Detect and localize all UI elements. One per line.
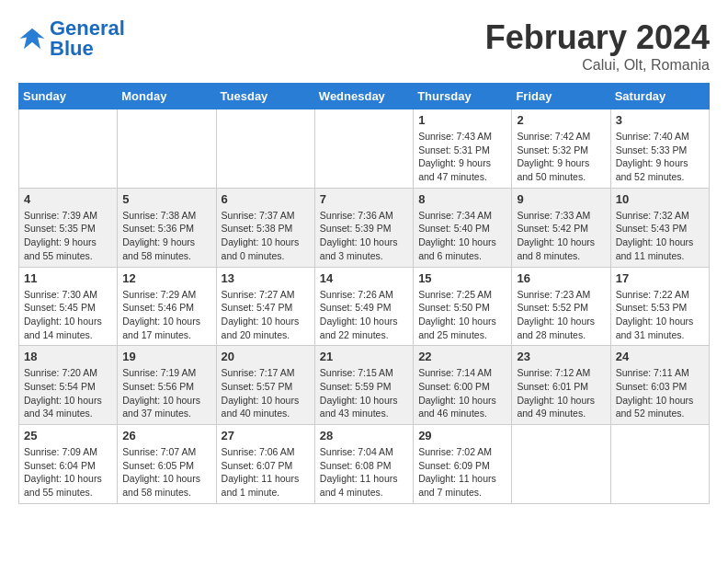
calendar-header-monday: Monday: [118, 84, 216, 109]
calendar-header-sunday: Sunday: [19, 84, 118, 109]
calendar-cell: 28Sunrise: 7:04 AMSunset: 6:08 PMDayligh…: [314, 425, 413, 504]
calendar-header-saturday: Saturday: [610, 84, 709, 109]
day-info: Sunrise: 7:29 AMSunset: 5:46 PMDaylight:…: [122, 288, 210, 342]
day-number: 21: [320, 350, 408, 363]
calendar-cell: 18Sunrise: 7:20 AMSunset: 5:54 PMDayligh…: [19, 346, 118, 425]
day-number: 22: [418, 350, 506, 363]
day-number: 13: [222, 271, 310, 285]
calendar-week-row: 18Sunrise: 7:20 AMSunset: 5:54 PMDayligh…: [19, 346, 710, 425]
calendar-cell: [118, 109, 216, 189]
day-info: Sunrise: 7:15 AMSunset: 5:59 PMDaylight:…: [320, 366, 408, 420]
day-info: Sunrise: 7:02 AMSunset: 6:09 PMDaylight:…: [418, 445, 506, 500]
calendar-cell: 9Sunrise: 7:33 AMSunset: 5:42 PMDaylight…: [512, 188, 610, 267]
calendar-header-row: SundayMondayTuesdayWednesdayThursdayFrid…: [19, 84, 710, 109]
logo-text: GeneralBlue: [50, 18, 125, 59]
day-number: 1: [418, 113, 506, 127]
day-info: Sunrise: 7:22 AMSunset: 5:53 PMDaylight:…: [616, 288, 704, 342]
calendar-cell: [314, 109, 413, 189]
calendar-cell: 8Sunrise: 7:34 AMSunset: 5:40 PMDaylight…: [414, 188, 512, 267]
day-number: 18: [24, 350, 112, 363]
calendar-cell: [19, 109, 118, 189]
calendar-header-friday: Friday: [512, 84, 610, 109]
day-number: 9: [517, 192, 605, 206]
day-number: 17: [616, 271, 704, 285]
calendar-cell: 29Sunrise: 7:02 AMSunset: 6:09 PMDayligh…: [414, 425, 512, 504]
day-number: 19: [122, 350, 210, 363]
calendar-cell: 10Sunrise: 7:32 AMSunset: 5:43 PMDayligh…: [610, 188, 709, 267]
calendar-cell: 22Sunrise: 7:14 AMSunset: 6:00 PMDayligh…: [414, 346, 512, 425]
day-info: Sunrise: 7:42 AMSunset: 5:32 PMDaylight:…: [517, 130, 605, 184]
calendar-week-row: 1Sunrise: 7:43 AMSunset: 5:31 PMDaylight…: [19, 109, 710, 189]
calendar-cell: 1Sunrise: 7:43 AMSunset: 5:31 PMDaylight…: [414, 109, 512, 189]
svg-marker-0: [20, 29, 45, 50]
day-info: Sunrise: 7:33 AMSunset: 5:42 PMDaylight:…: [517, 209, 605, 263]
calendar-cell: 14Sunrise: 7:26 AMSunset: 5:49 PMDayligh…: [314, 267, 413, 346]
calendar-header-wednesday: Wednesday: [314, 84, 413, 109]
calendar-cell: 19Sunrise: 7:19 AMSunset: 5:56 PMDayligh…: [118, 346, 216, 425]
day-info: Sunrise: 7:26 AMSunset: 5:49 PMDaylight:…: [320, 288, 408, 342]
day-number: 8: [418, 192, 506, 206]
calendar-cell: [610, 425, 709, 504]
day-info: Sunrise: 7:40 AMSunset: 5:33 PMDaylight:…: [616, 130, 704, 184]
day-info: Sunrise: 7:43 AMSunset: 5:31 PMDaylight:…: [418, 130, 506, 184]
day-number: 12: [122, 271, 210, 285]
page-header: GeneralBlue February 2024 Calui, Olt, Ro…: [18, 18, 710, 74]
day-info: Sunrise: 7:07 AMSunset: 6:05 PMDaylight:…: [122, 445, 210, 500]
calendar-cell: 4Sunrise: 7:39 AMSunset: 5:35 PMDaylight…: [19, 188, 118, 267]
calendar-cell: 13Sunrise: 7:27 AMSunset: 5:47 PMDayligh…: [216, 267, 314, 346]
day-info: Sunrise: 7:19 AMSunset: 5:56 PMDaylight:…: [122, 366, 210, 420]
day-info: Sunrise: 7:37 AMSunset: 5:38 PMDaylight:…: [222, 209, 310, 263]
day-number: 3: [616, 113, 704, 127]
day-number: 4: [24, 192, 112, 206]
calendar-cell: 24Sunrise: 7:11 AMSunset: 6:03 PMDayligh…: [610, 346, 709, 425]
day-number: 28: [320, 429, 408, 442]
day-number: 29: [418, 429, 506, 442]
day-info: Sunrise: 7:14 AMSunset: 6:00 PMDaylight:…: [418, 366, 506, 420]
day-info: Sunrise: 7:39 AMSunset: 5:35 PMDaylight:…: [24, 209, 112, 263]
day-info: Sunrise: 7:23 AMSunset: 5:52 PMDaylight:…: [517, 288, 605, 342]
day-info: Sunrise: 7:06 AMSunset: 6:07 PMDaylight:…: [222, 445, 310, 500]
day-number: 14: [320, 271, 408, 285]
calendar-cell: [512, 425, 610, 504]
day-number: 15: [418, 271, 506, 285]
calendar-week-row: 11Sunrise: 7:30 AMSunset: 5:45 PMDayligh…: [19, 267, 710, 346]
day-number: 6: [222, 192, 310, 206]
calendar-week-row: 25Sunrise: 7:09 AMSunset: 6:04 PMDayligh…: [19, 425, 710, 504]
calendar-body: 1Sunrise: 7:43 AMSunset: 5:31 PMDaylight…: [19, 109, 710, 504]
day-number: 11: [24, 271, 112, 285]
day-info: Sunrise: 7:12 AMSunset: 6:01 PMDaylight:…: [517, 366, 605, 420]
day-info: Sunrise: 7:36 AMSunset: 5:39 PMDaylight:…: [320, 209, 408, 263]
day-info: Sunrise: 7:04 AMSunset: 6:08 PMDaylight:…: [320, 445, 408, 500]
day-number: 25: [24, 429, 112, 442]
calendar-table: SundayMondayTuesdayWednesdayThursdayFrid…: [18, 83, 710, 504]
calendar-cell: 23Sunrise: 7:12 AMSunset: 6:01 PMDayligh…: [512, 346, 610, 425]
day-info: Sunrise: 7:11 AMSunset: 6:03 PMDaylight:…: [616, 366, 704, 420]
calendar-cell: 6Sunrise: 7:37 AMSunset: 5:38 PMDaylight…: [216, 188, 314, 267]
logo-bird-icon: [18, 25, 46, 52]
day-info: Sunrise: 7:25 AMSunset: 5:50 PMDaylight:…: [418, 288, 506, 342]
calendar-header-thursday: Thursday: [414, 84, 512, 109]
calendar-cell: 27Sunrise: 7:06 AMSunset: 6:07 PMDayligh…: [216, 425, 314, 504]
calendar-cell: 21Sunrise: 7:15 AMSunset: 5:59 PMDayligh…: [314, 346, 413, 425]
day-number: 24: [616, 350, 704, 363]
day-info: Sunrise: 7:09 AMSunset: 6:04 PMDaylight:…: [24, 445, 112, 500]
location-subtitle: Calui, Olt, Romania: [485, 57, 710, 74]
day-number: 2: [517, 113, 605, 127]
calendar-cell: 11Sunrise: 7:30 AMSunset: 5:45 PMDayligh…: [19, 267, 118, 346]
day-number: 5: [122, 192, 210, 206]
day-info: Sunrise: 7:20 AMSunset: 5:54 PMDaylight:…: [24, 366, 112, 420]
calendar-cell: 5Sunrise: 7:38 AMSunset: 5:36 PMDaylight…: [118, 188, 216, 267]
calendar-week-row: 4Sunrise: 7:39 AMSunset: 5:35 PMDaylight…: [19, 188, 710, 267]
calendar-cell: 17Sunrise: 7:22 AMSunset: 5:53 PMDayligh…: [610, 267, 709, 346]
month-year-title: February 2024: [485, 18, 710, 57]
day-info: Sunrise: 7:17 AMSunset: 5:57 PMDaylight:…: [222, 366, 310, 420]
title-block: February 2024 Calui, Olt, Romania: [485, 18, 710, 74]
day-info: Sunrise: 7:34 AMSunset: 5:40 PMDaylight:…: [418, 209, 506, 263]
calendar-cell: [216, 109, 314, 189]
day-info: Sunrise: 7:30 AMSunset: 5:45 PMDaylight:…: [24, 288, 112, 342]
calendar-cell: 2Sunrise: 7:42 AMSunset: 5:32 PMDaylight…: [512, 109, 610, 189]
calendar-cell: 25Sunrise: 7:09 AMSunset: 6:04 PMDayligh…: [19, 425, 118, 504]
calendar-header-tuesday: Tuesday: [216, 84, 314, 109]
day-number: 16: [517, 271, 605, 285]
calendar-cell: 26Sunrise: 7:07 AMSunset: 6:05 PMDayligh…: [118, 425, 216, 504]
